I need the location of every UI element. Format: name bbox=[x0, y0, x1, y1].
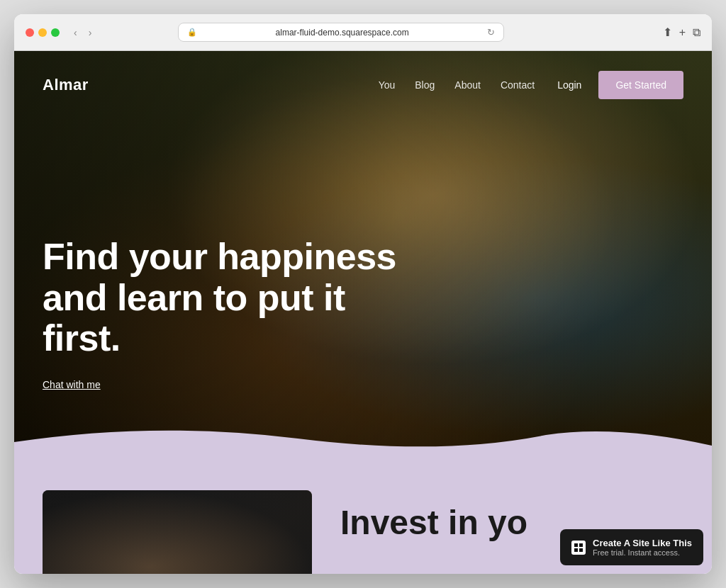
hero-section: Almar You Blog About Contact Login Get S… bbox=[14, 51, 712, 462]
nav-link-contact[interactable]: Contact bbox=[501, 79, 535, 91]
close-button[interactable] bbox=[26, 28, 34, 37]
nav-link-you[interactable]: You bbox=[379, 79, 396, 91]
badge-primary-text: Create A Site Like This bbox=[593, 538, 692, 548]
svg-rect-2 bbox=[574, 548, 578, 552]
second-section-image bbox=[43, 490, 312, 574]
new-tab-button[interactable]: + bbox=[679, 26, 686, 39]
maximize-button[interactable] bbox=[51, 28, 60, 37]
chat-with-me-link[interactable]: Chat with me bbox=[43, 379, 101, 390]
badge-text: Create A Site Like This Free trial. Inst… bbox=[593, 538, 692, 557]
browser-chrome: ‹ › 🔒 almar-fluid-demo.squarespace.com ↻… bbox=[14, 14, 712, 51]
lock-icon: 🔒 bbox=[187, 28, 197, 37]
reload-icon: ↻ bbox=[487, 27, 495, 38]
site-logo[interactable]: Almar bbox=[43, 76, 89, 94]
nav-links: You Blog About Contact bbox=[379, 79, 535, 91]
squarespace-logo-icon bbox=[571, 541, 586, 555]
login-link[interactable]: Login bbox=[557, 79, 581, 91]
forward-button[interactable]: › bbox=[86, 26, 95, 40]
traffic-lights bbox=[26, 28, 60, 37]
browser-actions: ⬆ + ⧉ bbox=[663, 26, 700, 39]
get-started-button[interactable]: Get Started bbox=[598, 71, 683, 99]
tabs-button[interactable]: ⧉ bbox=[693, 26, 700, 39]
browser-window: ‹ › 🔒 almar-fluid-demo.squarespace.com ↻… bbox=[14, 14, 712, 574]
hero-headline: Find your happiness and learn to put it … bbox=[43, 237, 425, 358]
nav-link-about[interactable]: About bbox=[454, 79, 481, 91]
website-content: Almar You Blog About Contact Login Get S… bbox=[14, 51, 712, 574]
hero-content: Find your happiness and learn to put it … bbox=[43, 237, 425, 391]
browser-controls: ‹ › bbox=[71, 26, 94, 40]
main-navigation: Almar You Blog About Contact Login Get S… bbox=[14, 51, 712, 119]
badge-secondary-text: Free trial. Instant access. bbox=[593, 548, 692, 557]
share-button[interactable]: ⬆ bbox=[663, 26, 672, 39]
squarespace-badge[interactable]: Create A Site Like This Free trial. Inst… bbox=[560, 529, 703, 565]
wave-separator bbox=[14, 421, 712, 462]
address-bar[interactable]: 🔒 almar-fluid-demo.squarespace.com ↻ bbox=[178, 23, 504, 42]
svg-rect-3 bbox=[579, 548, 583, 552]
minimize-button[interactable] bbox=[38, 28, 47, 37]
svg-rect-1 bbox=[579, 543, 583, 547]
url-text: almar-fluid-demo.squarespace.com bbox=[201, 28, 483, 38]
svg-rect-0 bbox=[574, 543, 578, 547]
nav-link-blog[interactable]: Blog bbox=[415, 79, 435, 91]
back-button[interactable]: ‹ bbox=[71, 26, 80, 40]
